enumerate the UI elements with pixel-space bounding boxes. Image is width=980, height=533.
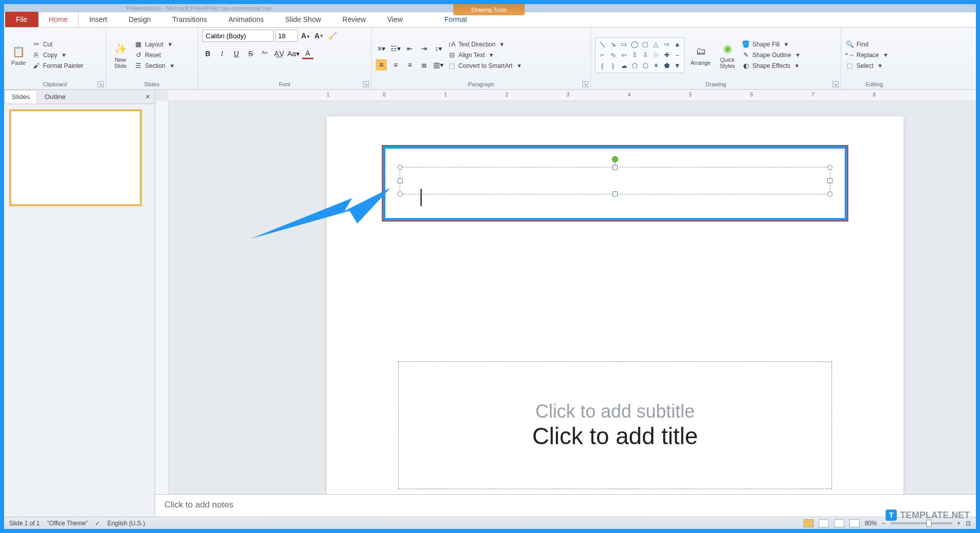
- shape-curve-icon[interactable]: ∿: [608, 51, 618, 60]
- numbering-button[interactable]: ☷▾: [390, 43, 401, 54]
- resize-handle-tl[interactable]: [398, 165, 403, 170]
- shape-callout-icon[interactable]: ☁: [619, 61, 628, 70]
- resize-handle-br[interactable]: [827, 191, 832, 197]
- zoom-out-button[interactable]: −: [882, 520, 886, 527]
- resize-handle-mr[interactable]: [827, 178, 832, 183]
- section-button[interactable]: ☰Section▾: [134, 61, 177, 70]
- clipboard-launcher[interactable]: ↘: [97, 81, 104, 87]
- resize-handle-tr[interactable]: [827, 165, 832, 170]
- resize-handle-tm[interactable]: [612, 165, 618, 170]
- shape-fill-button[interactable]: 🪣Shape Fill▾: [741, 40, 802, 49]
- shape-triangle-icon[interactable]: △: [651, 40, 660, 49]
- title-textbox[interactable]: [400, 167, 830, 195]
- bold-button[interactable]: B: [202, 48, 213, 59]
- tab-home[interactable]: Home: [38, 12, 79, 27]
- reset-button[interactable]: ↺Reset: [134, 51, 177, 60]
- align-left-button[interactable]: ≡: [376, 59, 387, 70]
- resize-handle-ml[interactable]: [398, 178, 403, 183]
- rotate-handle[interactable]: [612, 156, 618, 162]
- status-language[interactable]: English (U.S.): [107, 520, 145, 527]
- shapes-gallery[interactable]: ＼↘▭◯▢△⇨▲ ⌐∿⇦⇧⇩☆✚– {}☁⬠⬡✶⬟▼: [595, 37, 684, 73]
- view-sorter-button[interactable]: [819, 519, 829, 527]
- subtitle-placeholder-box[interactable]: Click to add subtitle Click to add title: [398, 361, 832, 489]
- tab-transitions[interactable]: Transitions: [162, 12, 218, 27]
- sidepane-close-button[interactable]: ✕: [141, 93, 155, 101]
- format-painter-button[interactable]: 🖌Format Painter: [32, 61, 83, 70]
- view-normal-button[interactable]: [803, 519, 814, 527]
- shape-plus-icon[interactable]: ✚: [662, 51, 671, 60]
- bullets-button[interactable]: ≡▾: [376, 43, 387, 54]
- layout-button[interactable]: ▦Layout▾: [134, 40, 177, 49]
- shape-oval-icon[interactable]: ◯: [630, 40, 639, 49]
- shape-darrow-icon[interactable]: ⇩: [641, 51, 650, 60]
- font-name-input[interactable]: [202, 30, 274, 42]
- shape-action-icon[interactable]: ⬠: [630, 61, 639, 70]
- justify-button[interactable]: ≣: [419, 59, 430, 70]
- clear-format-button[interactable]: 🧹: [327, 30, 338, 41]
- text-direction-button[interactable]: ↕AText Direction▾: [447, 40, 524, 49]
- slide-canvas[interactable]: Click to add subtitle Click to add title: [168, 101, 976, 494]
- copy-button[interactable]: ⎘Copy▾: [32, 51, 83, 60]
- spacing-button[interactable]: A͟V: [274, 48, 285, 59]
- font-launcher[interactable]: ↘: [363, 81, 369, 87]
- cut-button[interactable]: ✂Cut: [32, 40, 83, 49]
- shape-effects-button[interactable]: ◐Shape Effects▾: [741, 61, 802, 70]
- underline-button[interactable]: U: [231, 48, 242, 59]
- slide[interactable]: Click to add subtitle Click to add title: [327, 116, 903, 494]
- tab-insert[interactable]: Insert: [79, 12, 118, 27]
- tab-file[interactable]: File: [5, 12, 38, 27]
- notes-pane[interactable]: Click to add notes: [155, 494, 976, 517]
- shape-scroll-up-icon[interactable]: ▲: [673, 40, 682, 49]
- shape-line-icon[interactable]: ＼: [598, 40, 607, 49]
- shape-roundrect-icon[interactable]: ▢: [641, 40, 650, 49]
- tab-animations[interactable]: Animations: [217, 12, 274, 27]
- slide-thumbnail-1[interactable]: [9, 109, 142, 206]
- shape-misc3-icon[interactable]: ⬟: [662, 61, 671, 70]
- sidepane-tab-outline[interactable]: Outline: [37, 90, 72, 103]
- indent-dec-button[interactable]: ⇤: [404, 43, 415, 54]
- shape-misc1-icon[interactable]: ⬡: [641, 61, 650, 70]
- zoom-slider[interactable]: [891, 522, 952, 524]
- resize-handle-bm[interactable]: [612, 191, 618, 197]
- new-slide-button[interactable]: ✨ New Slide: [110, 39, 131, 71]
- view-reading-button[interactable]: [834, 519, 844, 527]
- tab-view[interactable]: View: [377, 12, 413, 27]
- shape-rect-icon[interactable]: ▭: [619, 40, 628, 49]
- font-size-input[interactable]: [276, 30, 298, 42]
- shape-brace2-icon[interactable]: }: [608, 61, 618, 70]
- drawing-launcher[interactable]: ↘: [832, 81, 839, 87]
- strike-button[interactable]: S: [245, 48, 256, 59]
- status-spellcheck-icon[interactable]: ✓: [95, 520, 100, 527]
- align-right-button[interactable]: ≡: [404, 59, 415, 70]
- shadow-button[interactable]: ᴬᵛ: [259, 48, 271, 59]
- font-color-button[interactable]: A: [302, 48, 313, 59]
- paragraph-launcher[interactable]: ↘: [582, 81, 589, 87]
- align-text-button[interactable]: ⊟Align Text▾: [447, 51, 524, 60]
- arrange-button[interactable]: 🗂Arrange: [688, 42, 714, 68]
- shrink-font-button[interactable]: A▼: [313, 30, 325, 41]
- shape-rarrow-icon[interactable]: ⇨: [662, 40, 671, 49]
- shape-brace-icon[interactable]: {: [598, 61, 607, 70]
- case-button[interactable]: Aa▾: [288, 48, 299, 59]
- find-button[interactable]: 🔍Find: [845, 40, 890, 49]
- quick-styles-button[interactable]: ◉Quick Styles: [717, 39, 738, 71]
- indent-inc-button[interactable]: ⇥: [419, 43, 430, 54]
- columns-button[interactable]: ▥▾: [433, 59, 444, 70]
- view-slideshow-button[interactable]: [849, 519, 860, 527]
- shape-star-icon[interactable]: ☆: [651, 51, 660, 60]
- grow-font-button[interactable]: A▲: [300, 30, 311, 41]
- sidepane-tab-slides[interactable]: Slides: [4, 90, 37, 104]
- shape-outline-button[interactable]: ✎Shape Outline▾: [741, 51, 802, 60]
- shape-misc2-icon[interactable]: ✶: [651, 61, 660, 70]
- align-center-button[interactable]: ≡: [390, 59, 401, 70]
- line-spacing-button[interactable]: ↕▾: [433, 43, 444, 54]
- convert-smartart-button[interactable]: ⬚Convert to SmartArt▾: [447, 61, 524, 70]
- shape-uarrow-icon[interactable]: ⇧: [630, 51, 639, 60]
- shape-scroll-mid-icon[interactable]: –: [673, 51, 682, 60]
- tab-design[interactable]: Design: [118, 12, 162, 27]
- replace-button[interactable]: ᵃ→Replace▾: [845, 51, 890, 60]
- shape-larrow-icon[interactable]: ⇦: [619, 51, 628, 60]
- italic-button[interactable]: I: [216, 48, 228, 59]
- shape-connector-icon[interactable]: ⌐: [598, 51, 607, 60]
- resize-handle-bl[interactable]: [398, 191, 403, 197]
